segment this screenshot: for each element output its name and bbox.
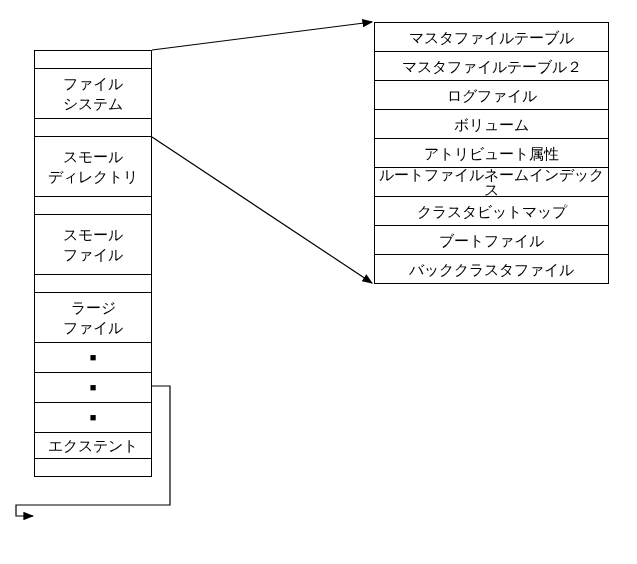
cell-volume: ボリューム xyxy=(375,110,608,139)
left-structure-list: ファイル システム スモール ディレクトリ スモール ファイル ラージ ファイル… xyxy=(34,50,152,477)
cell-line: システム xyxy=(63,94,123,114)
cell-spacer xyxy=(35,51,151,69)
cell-log-file: ログファイル xyxy=(375,81,608,110)
cell-line: スモール xyxy=(63,147,123,167)
connector-bottom xyxy=(152,137,372,283)
cell-master-file-table: マスタファイルテーブル xyxy=(375,23,608,52)
cell-line: ファイル xyxy=(63,318,123,338)
cell-small-directory: スモール ディレクトリ xyxy=(35,137,151,197)
connector-extent-loop xyxy=(16,505,34,516)
cell-spacer xyxy=(35,119,151,137)
cell-dot: ■ xyxy=(35,403,151,433)
cell-boot-file: ブートファイル xyxy=(375,226,608,255)
dot-icon: ■ xyxy=(90,410,97,424)
dot-icon: ■ xyxy=(90,380,97,394)
cell-small-file: スモール ファイル xyxy=(35,215,151,275)
cell-line: スモール xyxy=(63,225,123,245)
cell-master-file-table-2: マスタファイルテーブル２ xyxy=(375,52,608,81)
cell-spacer xyxy=(35,459,151,477)
cell-line: ファイル xyxy=(63,245,123,265)
cell-extent: エクステント xyxy=(35,433,151,459)
dot-icon: ■ xyxy=(90,350,97,364)
cell-root-filename-index: ルートファイルネームインデックス xyxy=(375,168,608,197)
cell-line: エクステント xyxy=(48,436,138,456)
cell-spacer xyxy=(35,275,151,293)
cell-large-file: ラージ ファイル xyxy=(35,293,151,343)
connector-top xyxy=(152,22,372,50)
cell-line: ラージ xyxy=(71,298,116,318)
cell-dot: ■ xyxy=(35,343,151,373)
cell-dot: ■ xyxy=(35,373,151,403)
cell-cluster-bitmap: クラスタビットマップ xyxy=(375,197,608,226)
cell-spacer xyxy=(35,197,151,215)
cell-file-system: ファイル システム xyxy=(35,69,151,119)
cell-back-cluster-file: バッククラスタファイル xyxy=(375,255,608,284)
cell-attribute: アトリビュート属性 xyxy=(375,139,608,168)
right-detail-list: マスタファイルテーブル マスタファイルテーブル２ ログファイル ボリューム アト… xyxy=(374,22,609,284)
cell-line: ファイル xyxy=(63,74,123,94)
cell-line: ディレクトリ xyxy=(48,167,138,187)
